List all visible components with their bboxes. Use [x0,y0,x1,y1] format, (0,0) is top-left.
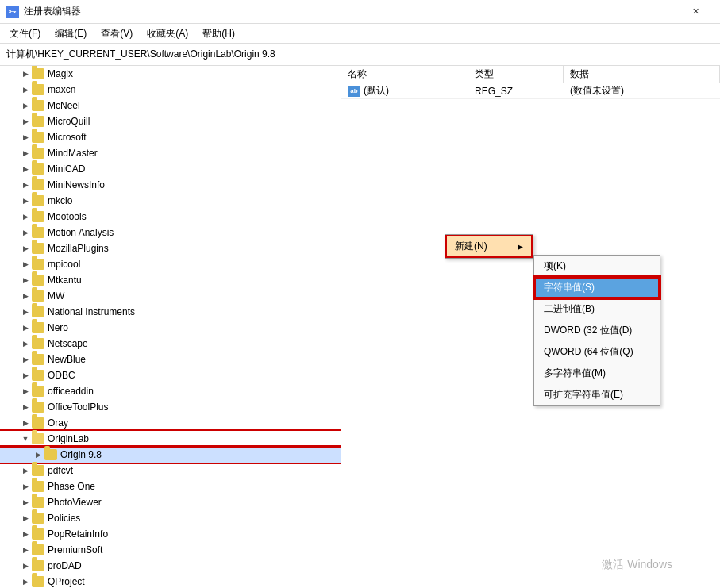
tree-item-nationalinstruments[interactable]: ▶ National Instruments [0,304,341,320]
address-bar: 计算机\HKEY_CURRENT_USER\Software\OriginLab… [0,44,720,66]
tree-item-phaseone[interactable]: ▶ Phase One [0,478,341,494]
tree-item-oray[interactable]: ▶ Oray [0,415,341,431]
submenu-item-string[interactable]: 字符串值(S) [534,277,660,298]
folder-icon-nationalinstruments [32,306,44,317]
folder-icon-mozillaplugins [32,243,44,254]
tree-item-qproject[interactable]: ▶ QProject [0,574,341,588]
context-submenu: 项(K) 字符串值(S) 二进制值(B) DWORD (32 位值(D) QWO… [533,255,660,406]
tree-item-microquill[interactable]: ▶ MicroQuill [0,113,341,129]
label-phaseone: Phase One [48,481,95,492]
toggle-officeaddin: ▶ [19,385,32,398]
label-premiumsoft: PremiumSoft [48,544,102,555]
tree-item-maxcn[interactable]: ▶ maxcn [0,82,341,98]
registry-table: 名称 类型 数据 ab (默认) REG_SZ (数值未设置) [341,66,720,99]
submenu-item-key[interactable]: 项(K) [534,256,660,277]
toggle-mtkantu: ▶ [19,274,32,286]
toggle-policies: ▶ [19,512,32,525]
folder-icon-microquill [32,116,44,127]
tree-item-origin98[interactable]: ▶ Origin 9.8 [0,447,341,463]
folder-icon-mpicool [32,259,44,270]
menu-view[interactable]: 查看(V) [94,25,139,43]
new-button-label: 新建(N) [455,240,487,253]
folder-icon-netscape [32,338,44,349]
tree-item-mkclo[interactable]: ▶ mkclo [0,193,341,209]
submenu-item-qword[interactable]: QWORD (64 位值(Q) [534,341,660,363]
app-icon: 🗝 [6,6,19,18]
table-row[interactable]: ab (默认) REG_SZ (数值未设置) [341,83,720,99]
tree-item-officeaddin[interactable]: ▶ officeaddin [0,383,341,399]
label-officeaddin: officeaddin [48,386,94,397]
folder-icon-motionanalysis [32,227,44,238]
tree-item-prodad[interactable]: ▶ proDAD [0,558,341,574]
label-photoviewer: PhotoViewer [48,497,102,508]
submenu-item-binary[interactable]: 二进制值(B) [534,298,660,320]
tree-item-pdfcvt[interactable]: ▶ pdfcvt [0,463,341,478]
label-mkclo: mkclo [48,195,72,206]
context-menu-new: 新建(N) ▶ [445,234,533,259]
label-motionanalysis: Motion Analysis [48,227,114,238]
tree-item-originlab[interactable]: ▼ OriginLab [0,431,341,447]
tree-item-motionanalysis[interactable]: ▶ Motion Analysis [0,225,341,240]
label-odbc: ODBC [48,370,75,381]
label-mcneel: McNeel [48,100,80,111]
label-oray: Oray [48,417,68,429]
label-netscape: Netscape [48,338,88,349]
submenu-item-multistring[interactable]: 多字符串值(M) [534,363,660,384]
context-menu-new-button[interactable]: 新建(N) ▶ [445,235,533,258]
folder-icon-mcneel [32,100,44,111]
toggle-netscape: ▶ [19,337,32,350]
tree-item-nero[interactable]: ▶ Nero [0,320,341,336]
toggle-mw: ▶ [19,290,32,302]
tree-item-mpicool[interactable]: ▶ mpicool [0,256,341,272]
cell-name-default: ab (默认) [341,83,468,99]
toggle-odbc: ▶ [19,369,32,382]
tree-item-popretaininfo[interactable]: ▶ PopRetainInfo [0,526,341,542]
tree-item-minicad[interactable]: ▶ MiniCAD [0,161,341,177]
submenu-item-dword[interactable]: DWORD (32 位值(D) [534,320,660,341]
menu-file[interactable]: 文件(F) [3,25,47,43]
tree-item-officetoolplus[interactable]: ▶ OfficeToolPlus [0,399,341,415]
tree-item-mtkantu[interactable]: ▶ Mtkantu [0,272,341,288]
tree-item-mininewsinfo[interactable]: ▶ MiniNewsInfo [0,177,341,193]
tree-item-mcneel[interactable]: ▶ McNeel [0,98,341,113]
label-microsoft: Microsoft [48,132,87,143]
label-newblue: NewBlue [48,354,86,365]
submenu-item-expandstring[interactable]: 可扩充字符串值(E) [534,384,660,405]
folder-icon-microsoft [32,132,44,143]
folder-icon-popretaininfo [32,528,44,540]
tree-item-microsoft[interactable]: ▶ Microsoft [0,129,341,145]
label-officetoolplus: OfficeToolPlus [48,402,108,413]
folder-icon-mindmaster [32,148,44,159]
label-originlab: OriginLab [48,433,89,444]
tree-item-mozillaplugins[interactable]: ▶ MozillaPlugins [0,240,341,256]
tree-item-odbc[interactable]: ▶ ODBC [0,367,341,383]
tree-item-newblue[interactable]: ▶ NewBlue [0,352,341,367]
tree-item-policies[interactable]: ▶ Policies [0,510,341,526]
toggle-nero: ▶ [19,321,32,334]
tree-item-magix[interactable]: ▶ Magix [0,66,341,82]
menu-favorites[interactable]: 收藏夹(A) [141,25,194,43]
toggle-mozillaplugins: ▶ [19,242,32,255]
header-data: 数据 [564,66,720,83]
tree-item-netscape[interactable]: ▶ Netscape [0,336,341,352]
toggle-mininewsinfo: ▶ [19,179,32,191]
tree-item-mw[interactable]: ▶ MW [0,288,341,304]
label-magix: Magix [48,68,73,79]
tree-item-premiumsoft[interactable]: ▶ PremiumSoft [0,542,341,558]
folder-icon-nero [32,322,44,333]
menu-edit[interactable]: 编辑(E) [48,25,93,43]
tree-item-photoviewer[interactable]: ▶ PhotoViewer [0,494,341,510]
toggle-newblue: ▶ [19,353,32,366]
folder-icon-mw [32,290,44,302]
label-maxcn: maxcn [48,84,75,95]
tree-item-mindmaster[interactable]: ▶ MindMaster [0,145,341,161]
folder-icon-pdfcvt [32,465,44,476]
tree-item-mootools[interactable]: ▶ Mootools [0,209,341,225]
label-mininewsinfo: MiniNewsInfo [48,179,105,190]
label-policies: Policies [48,513,80,524]
menu-help[interactable]: 帮助(H) [196,25,241,43]
toggle-photoviewer: ▶ [19,496,32,509]
close-button[interactable]: ✕ [678,0,714,24]
folder-icon-phaseone [32,481,44,492]
minimize-button[interactable]: — [641,0,676,24]
